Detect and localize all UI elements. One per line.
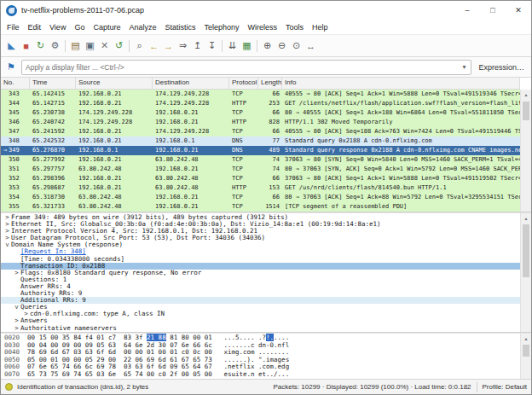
scroll-up-icon[interactable]: ▲ (521, 213, 531, 224)
go-forward-icon[interactable]: → (161, 38, 176, 54)
details-scrollbar[interactable]: ▲ (520, 213, 531, 332)
column-header-protocol[interactable]: Protocol (229, 78, 258, 89)
expander-expanded-icon[interactable]: v (3, 241, 11, 248)
auto-scroll-icon[interactable]: ⇊ (225, 38, 240, 54)
detail-line-5[interactable]: [Request In: 348] (1, 248, 520, 255)
hex-scroll-thumb[interactable] (523, 345, 529, 357)
zoom-reset-icon[interactable]: ⊙ (289, 38, 304, 54)
packet-row-352[interactable]: 35265.298396192.168.0.2163.80.242.48TCP6… (1, 174, 520, 183)
column-header-source[interactable]: Source (76, 78, 153, 89)
expander-collapsed-icon[interactable]: > (3, 221, 11, 228)
detail-line-8[interactable]: >Flags: 0x8180 Standard query response, … (1, 270, 520, 276)
menu-item-help[interactable]: Help (308, 23, 332, 32)
detail-line-14[interactable]: >cdn-0.nflximg.com: type A, class IN (1, 311, 520, 317)
column-header-no[interactable]: No. (1, 78, 30, 89)
detail-line-16[interactable]: >Authoritative nameservers (1, 325, 520, 332)
display-filter-input[interactable] (26, 63, 460, 72)
colorize-icon[interactable]: ▦ (240, 38, 254, 54)
expander-collapsed-icon[interactable]: > (22, 311, 30, 317)
column-header-info[interactable]: Info (282, 78, 520, 89)
go-to-packet-icon[interactable]: ⇒ (176, 38, 190, 54)
detail-line-1[interactable]: >Ethernet II, Src: Globalsc_00:3b:0a (f0… (1, 221, 520, 228)
detail-line-2[interactable]: >Internet Protocol Version 4, Src: 192.1… (1, 228, 520, 235)
packet-row-351[interactable]: 35165.29775763.80.242.48192.168.0.21TCP7… (1, 165, 520, 174)
hex-row-0070[interactable]: 0070 65 73 75 69 74 65 03 6e 65 74 00 c0… (1, 371, 520, 379)
open-file-icon[interactable]: ▤ (68, 38, 83, 54)
packet-row-354[interactable]: 35465.31873063.80.242.48192.168.0.21TCP6… (1, 193, 520, 202)
menu-item-capture[interactable]: Capture (89, 23, 124, 32)
resize-columns-icon[interactable]: ↔ (304, 38, 318, 54)
expander-expanded-icon[interactable]: v (13, 304, 20, 311)
filter-bookmark-icon[interactable]: ⚑ (4, 61, 18, 73)
maximize-button[interactable]: □ (480, 1, 506, 20)
menu-item-telephony[interactable]: Telephony (200, 23, 243, 32)
column-header-time[interactable]: Time (30, 78, 76, 89)
menu-item-view[interactable]: View (45, 23, 70, 32)
expander-collapsed-icon[interactable]: > (13, 317, 20, 324)
scroll-up-icon[interactable]: ▲ (521, 90, 531, 100)
detail-line-4[interactable]: vDomain Name System (response) (1, 241, 520, 248)
capture-options-icon[interactable]: ⚙ (48, 38, 62, 54)
menu-item-file[interactable]: File (3, 23, 24, 32)
save-file-icon[interactable]: ▣ (83, 38, 97, 54)
expander-collapsed-icon[interactable]: > (13, 325, 20, 332)
packet-row-344[interactable]: 34465.142715192.168.0.21174.129.249.228H… (1, 99, 520, 108)
packet-row-343[interactable]: 34365.142415192.168.0.21174.129.249.228T… (1, 90, 520, 99)
hex-offset: 0040 (1, 348, 20, 356)
menu-item-go[interactable]: Go (70, 23, 89, 32)
column-header-destination[interactable]: Destination (153, 78, 229, 89)
status-packet-stats: Packets: 10299 · Displayed: 10299 (100.0… (273, 383, 471, 391)
start-capture-icon[interactable]: ◣ (4, 38, 19, 54)
details-scroll-thumb[interactable] (523, 224, 529, 277)
filter-dropdown-icon[interactable]: ▾ (460, 63, 467, 71)
packet-row-347[interactable]: 34765.241592192.168.0.21174.129.249.228T… (1, 127, 520, 137)
packet-row-355[interactable]: 35565.32173363.80.242.48192.168.0.21TCP1… (1, 202, 520, 212)
packet-row-353[interactable]: 35365.298687192.168.0.2163.80.242.48HTTP… (1, 183, 520, 193)
zoom-in-icon[interactable]: ⊕ (260, 38, 275, 54)
close-file-icon[interactable]: ✕ (97, 38, 112, 54)
expert-info-icon[interactable] (5, 383, 13, 391)
packet-row-346[interactable]: 34665.240742174.129.249.228192.168.0.21H… (1, 118, 520, 127)
go-last-icon[interactable]: ↧ (205, 38, 219, 54)
go-back-icon[interactable]: ← (147, 38, 161, 54)
minimize-button[interactable]: – (454, 1, 480, 20)
packet-list-scroll-thumb[interactable] (523, 102, 529, 120)
menu-item-wireless[interactable]: Wireless (244, 23, 282, 32)
detail-line-12[interactable]: Additional RRs: 9 (1, 297, 520, 304)
hex-scrollbar[interactable]: ▲ (520, 334, 531, 379)
packet-row-350[interactable]: 35065.277992192.168.0.2163.80.242.48TCP7… (1, 155, 520, 165)
reload-icon[interactable]: ↺ (112, 38, 126, 54)
packet-row-345[interactable]: 34565.230738174.129.249.228192.168.0.21T… (1, 108, 520, 118)
expander-collapsed-icon[interactable]: > (3, 228, 11, 235)
detail-line-10[interactable]: Answer RRs: 4 (1, 283, 520, 290)
stop-capture-icon[interactable]: ■ (19, 38, 33, 54)
menu-item-edit[interactable]: Edit (24, 23, 46, 32)
menu-item-statistics[interactable]: Statistics (160, 23, 200, 32)
packet-row-349[interactable]: →34965.276870192.168.0.1192.168.0.21DNS4… (1, 146, 520, 155)
find-packet-icon[interactable]: ⌕ (132, 38, 147, 54)
detail-line-9[interactable]: Questions: 1 (1, 276, 520, 283)
expander-collapsed-icon[interactable]: > (3, 214, 11, 221)
detail-line-6[interactable]: [Time: 0.034338000 seconds] (1, 256, 520, 263)
expander-spacer (13, 290, 20, 297)
column-header-length[interactable]: Length (258, 78, 282, 89)
go-first-icon[interactable]: ↥ (190, 38, 205, 54)
close-button[interactable]: ✕ (506, 1, 531, 20)
detail-line-3[interactable]: >User Datagram Protocol, Src Port: 53 (5… (1, 235, 520, 241)
packet-row-348[interactable]: 34865.242532192.168.0.21192.168.0.1DNS77… (1, 137, 520, 146)
expander-collapsed-icon[interactable]: > (13, 270, 20, 276)
detail-line-13[interactable]: vQueries (1, 304, 520, 311)
status-profile[interactable]: Profile: Default (483, 383, 527, 391)
detail-line-7[interactable]: Transaction ID: 0x2188 (1, 263, 520, 270)
detail-line-15[interactable]: >Answers (1, 317, 520, 324)
detail-line-11[interactable]: Authority RRs: 9 (1, 290, 520, 297)
zoom-out-icon[interactable]: ⊖ (275, 38, 289, 54)
scroll-up-icon[interactable]: ▲ (521, 334, 531, 344)
expander-collapsed-icon[interactable]: > (3, 235, 11, 241)
expression-button[interactable]: Expression… (475, 63, 528, 72)
restart-capture-icon[interactable]: ↻ (33, 38, 48, 54)
detail-line-0[interactable]: >Frame 349: 489 bytes on wire (3912 bits… (1, 214, 520, 221)
menu-item-tools[interactable]: Tools (281, 23, 308, 32)
menu-item-analyze[interactable]: Analyze (124, 23, 160, 32)
packet-list-scrollbar[interactable]: ▲ (520, 90, 531, 212)
